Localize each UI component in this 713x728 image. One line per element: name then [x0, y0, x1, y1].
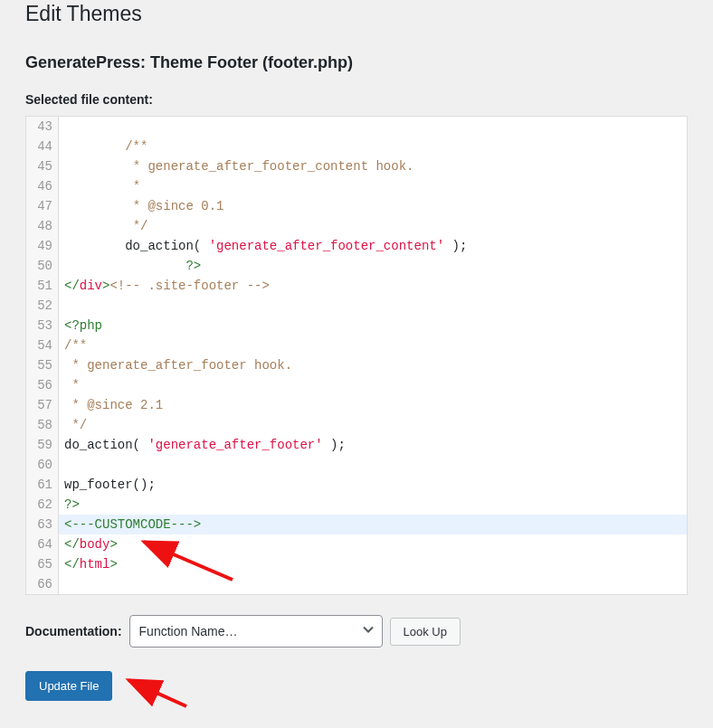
code-line[interactable]	[64, 455, 681, 475]
code-line[interactable]: wp_footer();	[64, 475, 681, 495]
line-number: 47	[32, 196, 52, 216]
line-number: 46	[32, 176, 52, 196]
line-number: 57	[32, 395, 52, 415]
code-line[interactable]: */	[64, 415, 681, 435]
code-line[interactable]: *	[64, 375, 681, 395]
documentation-label: Documentation:	[25, 624, 122, 638]
selected-file-label: Selected file content:	[25, 92, 688, 107]
line-number: 65	[32, 554, 52, 574]
line-number: 56	[32, 375, 52, 395]
line-number: 51	[32, 276, 52, 296]
line-number: 49	[32, 236, 52, 256]
line-number: 58	[32, 415, 52, 435]
line-number: 54	[32, 336, 52, 355]
code-line[interactable]: *	[64, 176, 681, 196]
documentation-select[interactable]: Function Name…	[129, 615, 383, 648]
code-line[interactable]	[64, 117, 681, 137]
line-gutter: 4344454647484950515253545556575859606162…	[26, 117, 59, 594]
page-title: Edit Themes	[25, 2, 688, 37]
svg-line-3	[128, 680, 186, 706]
code-line[interactable]	[64, 296, 681, 316]
file-subtitle: GeneratePress: Theme Footer (footer.php)	[25, 53, 688, 72]
line-number: 66	[32, 574, 52, 594]
lookup-button[interactable]: Look Up	[390, 618, 461, 646]
line-number: 52	[32, 296, 52, 316]
code-line[interactable]: <?php	[64, 316, 681, 336]
code-line[interactable]: do_action( 'generate_after_footer_conten…	[64, 236, 681, 256]
line-number: 55	[32, 355, 52, 375]
annotation-arrow-icon	[123, 675, 195, 711]
code-line[interactable]: * @since 0.1	[64, 196, 681, 216]
line-number: 63	[32, 515, 52, 534]
line-number: 53	[32, 316, 52, 336]
line-number: 44	[32, 137, 52, 156]
code-line[interactable]: </div><!-- .site-footer -->	[64, 276, 681, 296]
line-number: 60	[32, 455, 52, 475]
documentation-row: Documentation: Function Name… Look Up	[25, 615, 688, 648]
line-number: 50	[32, 256, 52, 276]
line-number: 48	[32, 216, 52, 236]
code-line[interactable]: do_action( 'generate_after_footer' );	[64, 435, 681, 455]
line-number: 61	[32, 475, 52, 495]
line-number: 45	[32, 156, 52, 176]
code-line[interactable]: ?>	[64, 495, 681, 515]
code-line[interactable]: * generate_after_footer_content hook.	[64, 156, 681, 176]
code-line[interactable]: </body>	[64, 534, 681, 554]
line-number: 43	[32, 117, 52, 137]
code-line[interactable]	[64, 574, 681, 594]
code-line[interactable]: /**	[64, 336, 681, 355]
code-line[interactable]: ?>	[64, 256, 681, 276]
line-number: 59	[32, 435, 52, 455]
line-number: 62	[32, 495, 52, 515]
code-editor[interactable]: 4344454647484950515253545556575859606162…	[25, 116, 688, 595]
code-line[interactable]: <---CUSTOMCODE--->	[59, 515, 687, 534]
code-line[interactable]: * generate_after_footer hook.	[64, 355, 681, 375]
line-number: 64	[32, 534, 52, 554]
code-line[interactable]: * @since 2.1	[64, 395, 681, 415]
code-line[interactable]: </html>	[64, 554, 681, 574]
code-line[interactable]: */	[64, 216, 681, 236]
code-line[interactable]: /**	[64, 137, 681, 156]
update-file-button[interactable]: Update File	[25, 671, 112, 701]
code-content[interactable]: /** * generate_after_footer_content hook…	[59, 117, 687, 594]
